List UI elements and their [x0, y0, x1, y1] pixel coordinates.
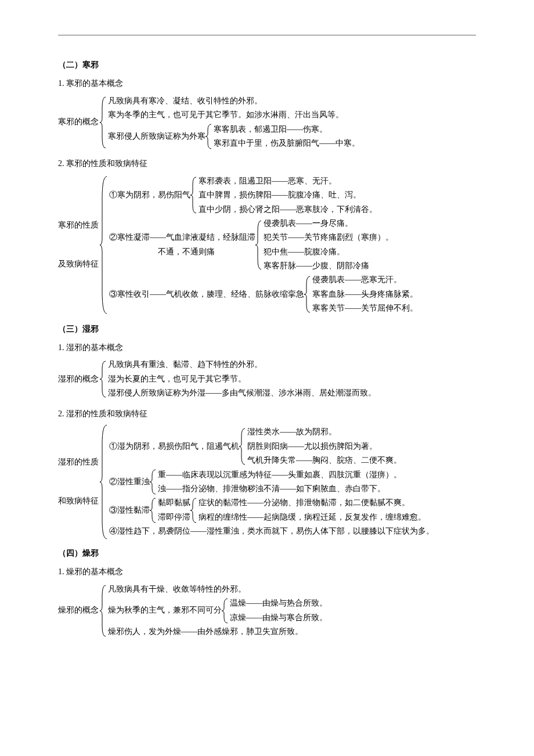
- text-line: 湿为长夏的主气，也可见于其它季节。: [108, 373, 376, 386]
- text-line: 侵袭肌表——一身尽痛。: [264, 217, 394, 230]
- shixie-concept-label: 湿邪的概念: [58, 373, 100, 386]
- section-3-h2: 2. 湿邪的性质和致病特征: [58, 408, 476, 420]
- text-line: 寒为冬季的主气，也可见于其它季节。如涉水淋雨、汗出当风等。: [108, 109, 360, 121]
- text-line: ④湿性趋下，易袭阴位——湿性重浊，类水而就下，易伤人体下部，以腰膝以下症状为多。: [109, 525, 434, 538]
- text-line: 直中少阴，损心肾之阳——恶寒肢冷，下利清谷。: [199, 203, 377, 216]
- shixie-concept-block: 湿邪的概念 凡致病具有重浊、黏滞、趋下特性的外邪。 湿为长夏的主气，也可见于其它…: [58, 358, 476, 400]
- text-line: 症状的黏滞性——分泌物、排泄物黏滞，如二便黏腻不爽。: [199, 496, 426, 509]
- zaoxie-concept-block: 燥邪的概念 凡致病具有干燥、收敛等特性的外邪。 燥为秋季的主气，兼邪不同可分 温…: [58, 582, 476, 639]
- brace-icon: [100, 584, 108, 638]
- hanxie-concept-label: 寒邪的概念: [58, 116, 100, 128]
- brace-icon: [150, 469, 158, 495]
- text-line: ③湿性黏滞: [109, 504, 150, 517]
- section-4-title: （四）燥邪: [58, 547, 476, 560]
- label-line: 湿邪的性质: [58, 456, 99, 469]
- text-line: 燥为秋季的主气，兼邪不同可分: [108, 604, 222, 617]
- zaoxie-concept-label: 燥邪的概念: [58, 604, 100, 617]
- section-2-h2: 2. 寒邪的性质和致病特征: [58, 157, 476, 170]
- text-line: 黏即黏腻: [158, 496, 190, 509]
- brace-icon: [100, 96, 108, 149]
- text-line: 重——临床表现以沉重感为特征——头重如裹、四肢沉重（湿痹）。: [158, 469, 402, 481]
- hanxie-concept-block: 寒邪的概念 凡致病具有寒冷、凝结、收引特性的外邪。 寒为冬季的主气，也可见于其它…: [58, 94, 476, 151]
- text-line: 湿性类水——故为阴邪。: [247, 426, 402, 438]
- brace-icon: [239, 427, 247, 466]
- shixie-nature-label: 湿邪的性质 和致病特征: [58, 430, 100, 534]
- text-line: 凡致病具有寒冷、凝结、收引特性的外邪。: [108, 95, 360, 107]
- text-line: 寒客血脉——头身疼痛脉紧。: [312, 288, 418, 301]
- brace-icon: [190, 176, 199, 214]
- text-line: 寒邪袭表，阻遏卫阳——恶寒、无汗。: [199, 175, 377, 188]
- text-line: 寒客肝脉——少腹、阴部冷痛: [264, 260, 394, 272]
- brace-icon: [100, 175, 109, 315]
- text-line: 不通，不通则痛: [109, 246, 255, 258]
- text-line: 病程的缠绵性——起病隐缓，病程迁延，反复发作，缠绵难愈。: [199, 511, 426, 524]
- shixie-nature-block: 湿邪的性质 和致病特征 ①湿为阴邪，易损伤阳气，阻遏气机 湿性类水——故为阴邪。…: [58, 424, 476, 540]
- text-line: 凡致病具有干燥、收敛等特性的外邪。: [108, 583, 327, 596]
- hanxie-nature-block: 寒邪的性质 及致病特征 ①寒为阴邪，易伤阳气 寒邪袭表，阻遏卫阳——恶寒、无汗。…: [58, 174, 476, 316]
- text-line: 寒客肌表，郁遏卫阳——伤寒。: [214, 123, 360, 136]
- brace-icon: [100, 424, 109, 540]
- section-2-h1: 1. 寒邪的基本概念: [58, 77, 476, 90]
- text-line: 阴胜则阳病——尤以损伤脾阳为著。: [247, 440, 402, 453]
- section-2-title: （二）寒邪: [58, 59, 476, 71]
- label-line: 和致病特征: [58, 495, 99, 507]
- text-line: 犯中焦——脘腹冷痛。: [264, 246, 394, 258]
- text-line: 浊——指分泌物、排泄物秽浊不清——如下痢脓血、赤白带下。: [158, 483, 402, 495]
- text-line: 侵袭肌表——恶寒无汗。: [312, 273, 418, 286]
- horizontal-rule: [58, 35, 476, 35]
- brace-icon: [205, 123, 214, 150]
- hanxie-nature-label: 寒邪的性质 及致病特征: [58, 193, 100, 297]
- text-line: ③寒性收引——气机收敛，腠理、经络、筋脉收缩挛急: [109, 288, 304, 301]
- brace-icon: [190, 497, 199, 524]
- text-line: 犯关节——关节疼痛剧烈（寒痹）。: [264, 231, 394, 244]
- text-line: 滞即停滞: [158, 511, 190, 524]
- text-line: 气机升降失常——胸闷、脘痞、二便不爽。: [247, 454, 402, 467]
- text-line: 凉燥——由燥与寒合所致。: [230, 611, 327, 624]
- text-line: ①湿为阴邪，易损伤阳气，阻遏气机: [109, 440, 239, 453]
- section-4-h1: 1. 燥邪的基本概念: [58, 566, 476, 578]
- text-line: ①寒为阴邪，易伤阳气: [109, 189, 190, 201]
- text-line: 直中脾胃，损伤脾阳——脘腹冷痛、吐、泻。: [199, 189, 377, 201]
- section-3-title: （三）湿邪: [58, 323, 476, 336]
- text-line: 寒邪直中于里，伤及脏腑阳气——中寒。: [214, 137, 360, 150]
- brace-icon: [150, 497, 158, 524]
- text-line: 燥邪伤人，发为外燥——由外感燥邪，肺卫失宣所致。: [108, 625, 327, 638]
- brace-icon: [304, 275, 312, 314]
- label-line: 及致病特征: [58, 258, 99, 271]
- text-line: 寒客关节——关节屈伸不利。: [312, 302, 418, 315]
- brace-icon: [100, 360, 108, 398]
- label-line: 寒邪的性质: [58, 219, 99, 232]
- text-line: ②湿性重浊: [109, 476, 150, 488]
- text-line: 湿邪侵人所致病证称为外湿——多由气候潮湿、涉水淋雨、居处潮湿而致。: [108, 387, 376, 399]
- text-line: 凡致病具有重浊、黏滞、趋下特性的外邪。: [108, 358, 376, 371]
- text-line: 寒邪侵人所致病证称为外寒: [108, 130, 205, 143]
- text-line: ②寒性凝滞——气血津液凝结，经脉阻滞: [109, 231, 255, 244]
- brace-icon: [222, 597, 230, 624]
- text-line: 温燥——由燥与热合所致。: [230, 597, 327, 610]
- section-3-h1: 1. 湿邪的基本概念: [58, 341, 476, 354]
- brace-icon: [255, 219, 264, 271]
